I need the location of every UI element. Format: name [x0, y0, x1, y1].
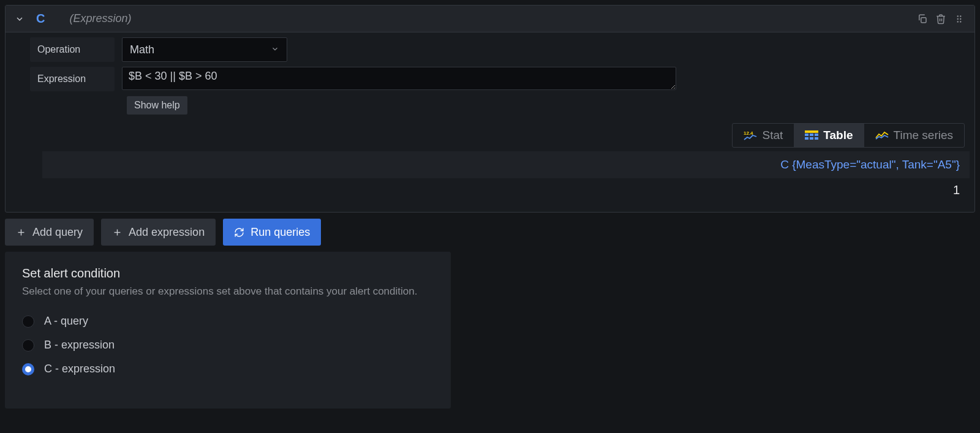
duplicate-icon[interactable] [913, 10, 932, 28]
viz-stat[interactable]: 12.4 Stat [733, 124, 794, 147]
operation-select[interactable]: Math [122, 37, 287, 62]
show-help-button[interactable]: Show help [127, 96, 187, 115]
chevron-down-icon [271, 43, 279, 56]
svg-point-4 [960, 18, 961, 19]
expression-input[interactable] [122, 67, 676, 90]
trash-icon[interactable] [932, 10, 950, 28]
condition-option-label: C - expression [44, 363, 115, 375]
run-queries-button[interactable]: Run queries [223, 219, 321, 246]
svg-point-2 [960, 15, 961, 17]
viz-table[interactable]: Table [794, 124, 864, 147]
svg-rect-9 [805, 134, 809, 136]
result-value: 1 [42, 178, 970, 202]
run-queries-label: Run queries [251, 226, 310, 239]
add-query-label: Add query [32, 226, 83, 239]
viz-stat-label: Stat [762, 129, 783, 142]
query-ref-letter[interactable]: C [36, 12, 45, 26]
expression-query-card: C (Expression) Operation Math Expression [5, 5, 975, 213]
svg-rect-11 [815, 134, 818, 136]
svg-rect-12 [805, 137, 809, 140]
condition-option-label: B - expression [44, 339, 115, 352]
svg-rect-14 [815, 137, 818, 140]
expression-label: Expression [30, 67, 115, 91]
svg-text:12.4: 12.4 [744, 130, 753, 136]
viz-timeseries-label: Time series [894, 129, 953, 142]
query-actions: Add query Add expression Run queries [5, 219, 975, 246]
svg-point-3 [957, 18, 959, 19]
viz-timeseries[interactable]: Time series [864, 124, 964, 147]
collapse-toggle[interactable] [12, 11, 28, 27]
query-header: C (Expression) [6, 6, 974, 32]
condition-option-b[interactable]: B - expression [22, 339, 434, 352]
condition-option-label: A - query [44, 315, 88, 328]
add-expression-label: Add expression [129, 226, 205, 239]
result-table: C {MeasType="actual", Tank="A5"} 1 [42, 151, 970, 202]
visualization-toggle: 12.4 Stat Table Time series [732, 123, 965, 148]
stat-icon: 12.4 [744, 130, 757, 141]
svg-rect-10 [810, 134, 813, 136]
condition-subtitle: Select one of your queries or expression… [22, 285, 434, 298]
operation-label: Operation [30, 37, 115, 62]
condition-option-c[interactable]: C - expression [22, 363, 434, 375]
svg-point-5 [957, 21, 959, 22]
svg-point-1 [957, 15, 959, 17]
alert-condition-panel: Set alert condition Select one of your q… [5, 252, 451, 409]
table-icon [805, 130, 818, 140]
timeseries-icon [875, 130, 889, 140]
svg-point-6 [960, 21, 961, 22]
condition-title: Set alert condition [22, 266, 434, 281]
radio-icon [22, 363, 34, 375]
operation-value: Math [130, 43, 154, 56]
query-type-tag: (Expression) [69, 12, 131, 25]
condition-option-a[interactable]: A - query [22, 315, 434, 328]
add-expression-button[interactable]: Add expression [101, 219, 216, 246]
svg-rect-8 [805, 130, 818, 133]
add-query-button[interactable]: Add query [5, 219, 94, 246]
svg-rect-13 [810, 137, 813, 140]
svg-rect-0 [921, 17, 926, 22]
drag-handle-icon[interactable] [950, 10, 968, 28]
radio-icon [22, 315, 34, 328]
radio-icon [22, 339, 34, 352]
result-header[interactable]: C {MeasType="actual", Tank="A5"} [42, 151, 970, 178]
viz-table-label: Table [823, 129, 853, 142]
